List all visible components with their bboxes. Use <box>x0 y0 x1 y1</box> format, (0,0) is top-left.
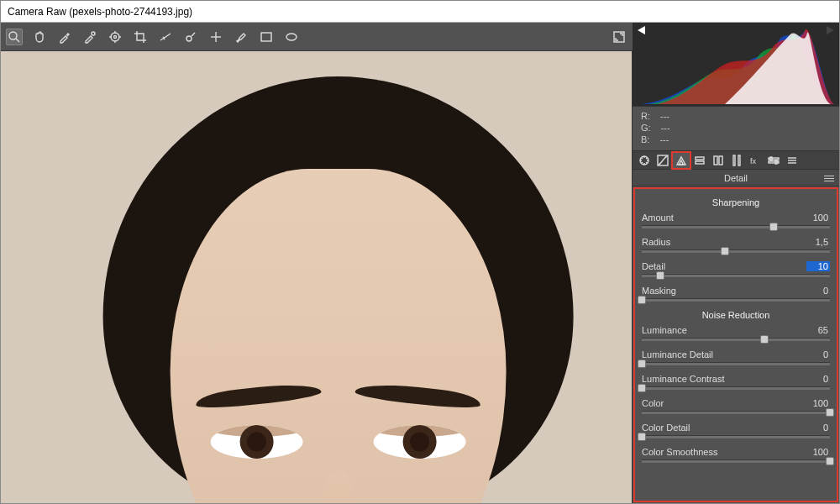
svg-rect-22 <box>719 156 722 165</box>
shadow-clip-icon[interactable] <box>638 26 645 34</box>
color-smoothness-track[interactable] <box>642 459 830 463</box>
left-pane <box>1 23 633 503</box>
amount-value[interactable]: 100 <box>806 213 830 223</box>
color-smoothness-label: Color Smoothness <box>642 447 718 457</box>
straighten-tool-icon[interactable] <box>157 29 174 45</box>
zoom-tool-icon[interactable] <box>6 29 23 45</box>
noise-title: Noise Reduction <box>642 310 830 320</box>
detail-value[interactable]: 10 <box>806 261 830 271</box>
eyedropper-icon[interactable] <box>56 29 73 45</box>
svg-point-2 <box>92 32 95 35</box>
svg-point-11 <box>186 36 192 41</box>
panel-menu-icon[interactable] <box>824 174 834 182</box>
masking-label: Masking <box>642 286 676 296</box>
luminance-detail-label: Luminance Detail <box>642 349 713 360</box>
amount-track[interactable] <box>642 225 830 228</box>
luminance-thumb[interactable] <box>760 335 769 344</box>
color-detail-slider: Color Detail0 <box>642 423 830 438</box>
tab-lens-icon[interactable] <box>728 153 745 168</box>
luminance-detail-thumb[interactable] <box>638 360 646 368</box>
color-smoothness-value[interactable]: 100 <box>806 447 830 457</box>
title-text: Camera Raw (pexels-photo-2744193.jpg) <box>8 6 192 18</box>
g-label: G: <box>641 122 651 134</box>
color-detail-track[interactable] <box>642 435 830 438</box>
color-smoothness-thumb[interactable] <box>826 457 834 465</box>
tab-hsl-icon[interactable] <box>691 153 708 168</box>
redeye-tool-icon[interactable] <box>207 29 224 45</box>
amount-label: Amount <box>642 213 674 223</box>
color-sampler-icon[interactable] <box>81 29 98 45</box>
g-value: --- <box>661 122 670 134</box>
tab-presets-icon[interactable] <box>784 153 801 168</box>
luminance-slider: Luminance65 <box>642 325 830 341</box>
radius-thumb[interactable] <box>721 247 729 255</box>
titlebar: Camera Raw (pexels-photo-2744193.jpg) <box>1 1 839 23</box>
r-value: --- <box>660 110 669 122</box>
luminance-detail-track[interactable] <box>642 362 830 365</box>
color-slider: Color100 <box>642 398 830 414</box>
svg-text:fx: fx <box>750 157 757 165</box>
svg-rect-19 <box>696 157 704 160</box>
masking-thumb[interactable] <box>638 296 646 304</box>
sharpening-title: Sharpening <box>642 197 830 207</box>
targeted-adjust-icon[interactable] <box>107 29 123 45</box>
r-label: R: <box>641 110 650 122</box>
svg-line-9 <box>160 34 171 40</box>
panel-title-bar: Detail <box>633 170 839 186</box>
svg-rect-23 <box>733 155 735 165</box>
luminance-label: Luminance <box>642 325 687 335</box>
luminance-detail-value[interactable]: 0 <box>806 349 830 360</box>
photo-placeholder <box>69 76 606 503</box>
radial-filter-icon[interactable] <box>283 29 300 45</box>
histogram-svg <box>633 23 839 106</box>
tab-calibration-icon[interactable] <box>765 153 782 168</box>
rgb-readout: R:--- G:--- B:--- <box>633 107 839 151</box>
top-toolbar <box>1 23 633 51</box>
tab-fx-icon[interactable]: fx <box>747 153 764 168</box>
body: R:--- G:--- B:--- fx Detail Sharpeni <box>1 23 839 503</box>
luminance-track[interactable] <box>642 338 830 341</box>
amount-thumb[interactable] <box>769 223 778 231</box>
luminance-detail-slider: Luminance Detail0 <box>642 349 830 365</box>
svg-rect-28 <box>770 157 772 160</box>
color-smoothness-slider: Color Smoothness100 <box>642 447 830 463</box>
detail-track[interactable] <box>642 274 830 277</box>
luminance-contrast-thumb[interactable] <box>638 384 646 392</box>
tab-detail-icon[interactable] <box>673 153 690 168</box>
luminance-contrast-slider: Luminance Contrast0 <box>642 374 830 390</box>
luminance-contrast-track[interactable] <box>642 386 830 390</box>
graduated-filter-icon[interactable] <box>258 29 275 45</box>
adjustment-brush-icon[interactable] <box>233 29 249 45</box>
color-track[interactable] <box>642 411 830 414</box>
radius-slider: Radius1,5 <box>642 237 830 253</box>
tab-tonecurve-icon[interactable] <box>654 153 671 168</box>
tab-basic-icon[interactable] <box>636 153 653 168</box>
image-canvas[interactable] <box>1 51 633 503</box>
histogram[interactable] <box>633 23 839 107</box>
color-label: Color <box>642 398 664 408</box>
color-thumb[interactable] <box>826 408 834 417</box>
hand-tool-icon[interactable] <box>31 29 48 45</box>
spot-removal-icon[interactable] <box>182 29 199 45</box>
masking-value[interactable]: 0 <box>806 286 830 296</box>
luminance-contrast-value[interactable]: 0 <box>806 374 830 384</box>
color-detail-thumb[interactable] <box>638 433 646 441</box>
luminance-value[interactable]: 65 <box>806 325 830 335</box>
crop-tool-icon[interactable] <box>132 29 149 45</box>
masking-track[interactable] <box>642 298 830 302</box>
detail-panel: Sharpening Amount100 Radius1,5 Detail10 … <box>633 187 838 502</box>
tab-splittone-icon[interactable] <box>710 153 727 168</box>
luminance-contrast-label: Luminance Contrast <box>642 374 724 384</box>
highlight-clip-icon[interactable] <box>827 26 834 34</box>
svg-rect-20 <box>696 161 704 164</box>
color-value[interactable]: 100 <box>806 398 830 408</box>
svg-point-3 <box>111 33 119 41</box>
detail-slider: Detail10 <box>642 261 830 277</box>
radius-track[interactable] <box>642 249 830 253</box>
radius-value[interactable]: 1,5 <box>806 237 830 247</box>
detail-label: Detail <box>642 261 665 271</box>
fullscreen-toggle-icon[interactable] <box>611 29 627 45</box>
color-detail-value[interactable]: 0 <box>806 423 830 433</box>
camera-raw-window: Camera Raw (pexels-photo-2744193.jpg) <box>0 0 840 504</box>
detail-thumb[interactable] <box>656 271 664 280</box>
